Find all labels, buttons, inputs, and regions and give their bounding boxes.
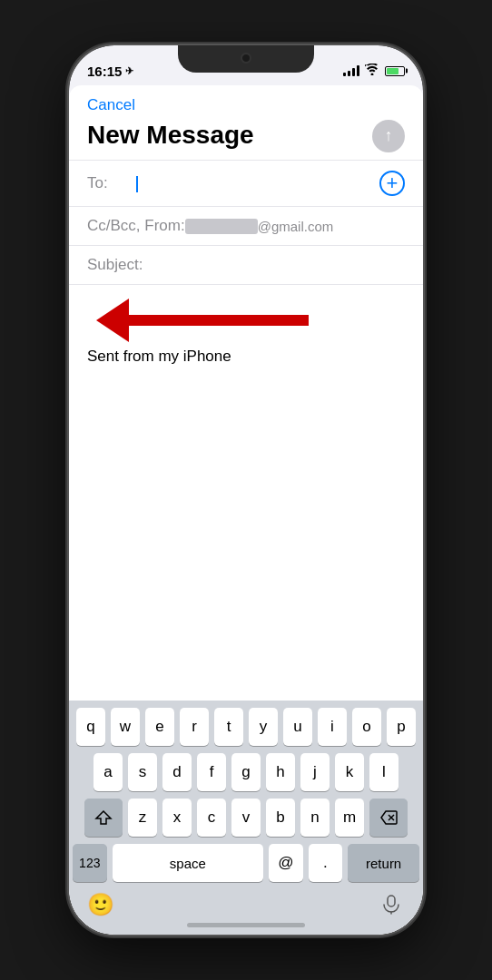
to-label: To: bbox=[87, 174, 133, 192]
notch bbox=[178, 45, 314, 73]
key-s[interactable]: s bbox=[128, 753, 157, 791]
to-field-row: To: + bbox=[69, 161, 423, 207]
key-o[interactable]: o bbox=[352, 708, 381, 746]
signal-bar-2 bbox=[348, 71, 350, 76]
space-key[interactable]: space bbox=[113, 844, 263, 882]
send-arrow-icon: ↑ bbox=[385, 127, 393, 143]
return-key[interactable]: return bbox=[348, 844, 419, 882]
email-domain: @gmail.com bbox=[258, 219, 334, 234]
compose-title: New Message bbox=[87, 120, 254, 151]
from-email: @gmail.com bbox=[185, 219, 334, 234]
key-k[interactable]: k bbox=[335, 753, 364, 791]
battery-icon bbox=[385, 66, 405, 76]
mic-key[interactable] bbox=[372, 886, 410, 924]
wifi-icon bbox=[365, 64, 379, 78]
key-u[interactable]: u bbox=[283, 708, 312, 746]
key-r[interactable]: r bbox=[180, 708, 209, 746]
signal-bar-4 bbox=[357, 65, 359, 76]
annotation-arrow bbox=[96, 299, 309, 342]
key-w[interactable]: w bbox=[111, 708, 140, 746]
compose-top-row: Cancel bbox=[87, 96, 405, 114]
signal-strength bbox=[343, 65, 359, 76]
compose-header: Cancel New Message ↑ bbox=[69, 85, 423, 161]
blurred-email bbox=[185, 219, 258, 234]
svg-rect-2 bbox=[388, 896, 395, 906]
keyboard: q w e r t y u i o p a s d f g bbox=[69, 701, 423, 935]
key-q[interactable]: q bbox=[76, 708, 105, 746]
key-i[interactable]: i bbox=[318, 708, 347, 746]
key-h[interactable]: h bbox=[266, 753, 295, 791]
message-body[interactable]: Sent from my iPhone bbox=[69, 285, 423, 701]
keyboard-row-1: q w e r t y u i o p bbox=[73, 708, 419, 746]
arrow-shaft bbox=[127, 315, 309, 326]
shift-key[interactable] bbox=[84, 799, 123, 837]
key-p[interactable]: p bbox=[387, 708, 416, 746]
compose-title-row: New Message ↑ bbox=[87, 120, 405, 152]
keyboard-row-2: a s d f g h j k l bbox=[73, 753, 419, 791]
key-f[interactable]: f bbox=[197, 753, 226, 791]
keyboard-row-3: z x c v b n m bbox=[73, 799, 419, 837]
add-contact-button[interactable]: + bbox=[379, 171, 405, 196]
key-v[interactable]: v bbox=[231, 799, 261, 837]
key-l[interactable]: l bbox=[369, 753, 399, 791]
subject-label: Subject: bbox=[87, 256, 143, 274]
numbers-key[interactable]: 123 bbox=[73, 844, 107, 882]
body-content: Sent from my iPhone bbox=[87, 346, 405, 368]
body-text: Sent from my iPhone bbox=[87, 348, 231, 365]
key-b[interactable]: b bbox=[266, 799, 295, 837]
phone-screen: 16:15 ✈ bbox=[69, 45, 423, 935]
phone-frame: 16:15 ✈ bbox=[69, 45, 423, 935]
delete-key[interactable] bbox=[369, 799, 408, 837]
status-icons bbox=[343, 64, 405, 78]
subject-field-row: Subject: bbox=[69, 246, 423, 285]
key-e[interactable]: e bbox=[145, 708, 174, 746]
key-t[interactable]: t bbox=[214, 708, 243, 746]
text-cursor bbox=[136, 176, 138, 192]
home-indicator bbox=[187, 923, 305, 927]
key-c[interactable]: c bbox=[197, 799, 226, 837]
arrow-head bbox=[96, 299, 129, 342]
key-x[interactable]: x bbox=[162, 799, 192, 837]
key-n[interactable]: n bbox=[300, 799, 330, 837]
key-j[interactable]: j bbox=[300, 753, 330, 791]
send-button[interactable]: ↑ bbox=[372, 120, 405, 152]
key-y[interactable]: y bbox=[249, 708, 278, 746]
keyboard-row-4: 123 space @ . return bbox=[73, 844, 419, 882]
key-z[interactable]: z bbox=[128, 799, 157, 837]
key-a[interactable]: a bbox=[93, 753, 123, 791]
ccbcc-label: Cc/Bcc, From: bbox=[87, 217, 185, 235]
at-key[interactable]: @ bbox=[269, 844, 303, 882]
ccbcc-field-row: Cc/Bcc, From: @gmail.com bbox=[69, 207, 423, 246]
mail-compose: Cancel New Message ↑ To: + bbox=[69, 85, 423, 935]
time-display: 16:15 bbox=[87, 64, 122, 79]
key-d[interactable]: d bbox=[162, 753, 192, 791]
key-m[interactable]: m bbox=[335, 799, 364, 837]
signal-bar-3 bbox=[352, 68, 355, 76]
location-icon: ✈ bbox=[125, 65, 133, 77]
key-g[interactable]: g bbox=[231, 753, 261, 791]
red-arrow bbox=[96, 299, 309, 342]
signal-bar-1 bbox=[343, 73, 346, 76]
status-time: 16:15 ✈ bbox=[87, 64, 133, 79]
period-key[interactable]: . bbox=[309, 844, 343, 882]
camera bbox=[241, 53, 251, 64]
cancel-button[interactable]: Cancel bbox=[87, 96, 135, 114]
emoji-key[interactable]: 🙂 bbox=[82, 886, 120, 924]
to-input[interactable] bbox=[133, 174, 379, 192]
